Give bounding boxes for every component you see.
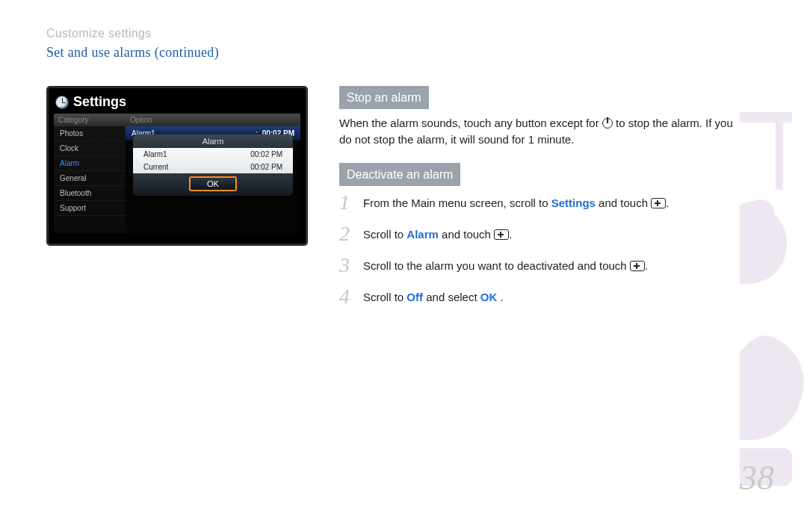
step: 2Scroll to Alarm and touch . (339, 223, 747, 244)
svg-point-4 (755, 340, 785, 370)
device-sidebar-item: Support (54, 201, 126, 216)
step-number: 2 (339, 223, 363, 244)
popup-title: Alarm (133, 134, 293, 148)
deactivate-steps: 1From the Main menu screen, scroll to Se… (339, 192, 747, 307)
popup-row: Alarm100:02 PM (133, 148, 293, 161)
device-title: Settings (73, 94, 126, 110)
clock-icon (55, 96, 69, 109)
svg-rect-1 (776, 123, 783, 190)
device-sidebar: Category PhotosClockAlarmGeneralBluetoot… (54, 114, 126, 233)
enter-icon (630, 261, 645, 271)
section-title: Set and use alarms (continued) (46, 45, 747, 61)
breadcrumb: Customize settings (46, 27, 747, 40)
svg-rect-0 (740, 112, 792, 123)
enter-icon (651, 198, 666, 208)
ok-button[interactable]: OK (189, 176, 237, 191)
sidebar-header: Category (54, 114, 126, 126)
step-number: 3 (339, 255, 363, 276)
device-sidebar-item: Clock (54, 141, 126, 156)
popup-row: Current00:02 PM (133, 161, 293, 173)
decorative-sideart (740, 97, 807, 501)
svg-point-3 (747, 200, 774, 226)
device-sidebar-item: Alarm (54, 156, 126, 171)
device-sidebar-item: Photos (54, 126, 126, 141)
enter-icon (494, 229, 509, 240)
step: 4Scroll to Off and select OK . (339, 286, 747, 307)
step-number: 1 (339, 192, 363, 213)
alarm-popup: Alarm Alarm100:02 PMCurrent00:02 PM OK (133, 134, 293, 196)
step: 1From the Main menu screen, scroll to Se… (339, 192, 747, 213)
heading-stop-alarm: Stop an alarm (339, 86, 429, 109)
options-header: Option (126, 114, 300, 126)
device-screenshot: Settings Category PhotosClockAlarmGenera… (46, 86, 308, 246)
step-number: 4 (339, 286, 363, 307)
power-icon (602, 118, 613, 129)
step: 3Scroll to the alarm you want to deactiv… (339, 255, 747, 276)
stop-alarm-text: When the alarm sounds, touch any button … (339, 115, 747, 148)
heading-deactivate-alarm: Deactivate an alarm (339, 163, 460, 186)
device-sidebar-item: General (54, 171, 126, 186)
device-sidebar-item: Bluetooth (54, 186, 126, 201)
page-number: 38 (740, 458, 774, 498)
